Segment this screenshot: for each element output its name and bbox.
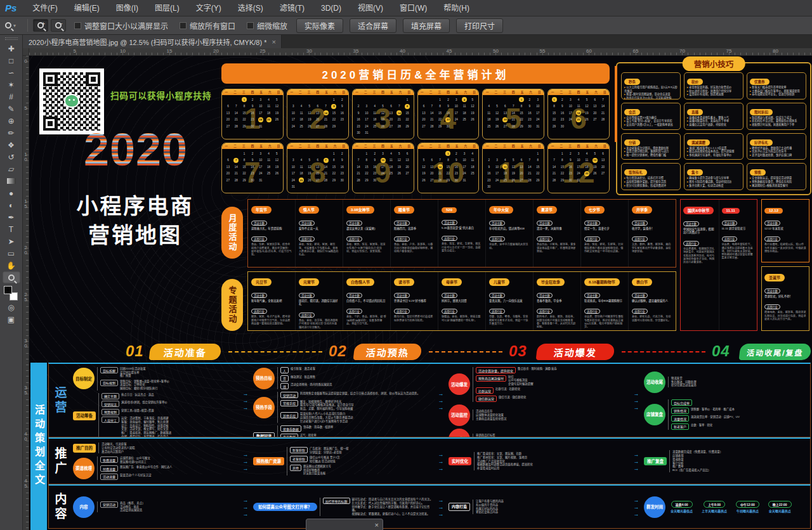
document-tab[interactable]: 2020小程序电商营销地图.jpg @ 12.5% (扫码可以获得小程序扶持, …: [23, 35, 282, 48]
weekday-label: 三: [435, 89, 444, 95]
zoom-in-button[interactable]: +: [33, 19, 48, 32]
shape-tool[interactable]: ▭: [3, 247, 20, 259]
type-tool[interactable]: T: [3, 223, 20, 235]
day-cell: 27: [224, 177, 232, 184]
marquee-tool[interactable]: □: [3, 55, 20, 67]
eraser-tool[interactable]: ▱: [3, 163, 20, 175]
color-swatches[interactable]: [3, 286, 20, 301]
option-checkbox[interactable]: 调整窗口大小以满屏显示: [74, 20, 168, 31]
menu-item-L[interactable]: 图层(L): [147, 0, 188, 16]
day-cell: 28: [322, 177, 330, 184]
screen-mode-button[interactable]: ▣: [3, 313, 20, 325]
eyedropper-tool[interactable]: ✎: [3, 103, 20, 115]
menu-item-H[interactable]: 帮助(H): [435, 0, 478, 16]
document-canvas[interactable]: 扫码可以获得小程序扶持 2020 小程序电商 营销地图 2020营销日历&全年营…: [29, 56, 812, 530]
day-cell: 3: [534, 96, 542, 103]
festival-label: 国庆&中秋节: [683, 207, 714, 214]
day-cell: 4: [485, 103, 493, 110]
options-button[interactable]: 适合屏幕: [350, 18, 396, 33]
plan-side-label: 活动策划全文: [30, 363, 47, 530]
mindmap-branch: 凌晨4:00全天曝光最低点: [671, 501, 693, 514]
mindmap-cluster: 实时优化推广渠道优化：文案、朋友圈、社群推广素材优化：文案、图片视频、落地页活动…: [449, 452, 629, 470]
blur-tool[interactable]: ●: [3, 187, 20, 199]
day-cell: 9: [444, 103, 452, 110]
close-icon[interactable]: ×: [272, 38, 275, 46]
option-checkbox[interactable]: 缩放所有窗口: [180, 20, 235, 31]
dodge-tool[interactable]: ◐: [3, 199, 20, 211]
tip-line: 会员用户消费2次以上，一般复购率更高: [624, 123, 678, 127]
menu-item-F[interactable]: 文件(F): [24, 0, 65, 16]
weekday-label: 五: [322, 89, 331, 95]
industry-tag: 适用行业: [584, 236, 600, 242]
branch-item: 活动会场氛围营造: [120, 508, 145, 512]
brush-tool[interactable]: ✏: [3, 127, 20, 139]
crop-tool[interactable]: #: [3, 91, 20, 103]
options-button[interactable]: 实际像素: [296, 18, 343, 33]
options-button[interactable]: 填充屏幕: [403, 18, 450, 33]
day-cell: 13: [224, 164, 232, 171]
ruler-corner: [23, 48, 29, 56]
month-days: 1234567891011121314151617181920212223242…: [483, 95, 544, 131]
quick-mask-button[interactable]: ◎: [3, 301, 20, 313]
festival-card: 白色情人节活动主题白色情人节，不可错过的回礼日适用行业美妆、个护、食品、服饰等，…: [343, 272, 391, 330]
festival-theme: 情定一生，浪漫七夕: [584, 227, 625, 231]
festival-label: 踏青节: [394, 206, 414, 214]
month-days: 1234567891011121314151617181920212223242…: [418, 149, 479, 185]
zoom-out-button[interactable]: −: [51, 19, 66, 32]
weekday-label: 五: [518, 89, 527, 95]
branch-label: 付费流量: [100, 465, 118, 472]
wechat-icon: [64, 94, 79, 108]
phase-connector: [228, 351, 322, 352]
lasso-tool[interactable]: ∽: [3, 67, 20, 79]
healing-brush-tool[interactable]: ⊕: [3, 115, 20, 127]
tip-label: 砍价: [687, 79, 703, 85]
menu-item-S[interactable]: 选择(S): [230, 0, 272, 16]
day-cell: 3: [493, 157, 501, 164]
options-button[interactable]: 打印尺寸: [456, 18, 503, 33]
weekday-label: 一: [418, 89, 427, 95]
tip-card: 砍价老带新裂变利器，好友助力砍至底价砍价进度可视化，刺激用户持续分享设置砍价有效…: [684, 72, 743, 100]
path-selection-tool[interactable]: ➤: [3, 235, 20, 247]
day-cell: 18: [387, 164, 395, 171]
foreground-color-swatch[interactable]: [4, 286, 12, 294]
menu-item-V[interactable]: 视图(V): [350, 0, 391, 16]
close-icon[interactable]: ×: [371, 521, 383, 529]
clone-stamp-tool[interactable]: ❖: [3, 139, 20, 151]
day-cell: 10: [452, 103, 461, 110]
theme-tag: 活动主题: [251, 221, 267, 226]
option-checkbox[interactable]: 细微缩放: [247, 20, 287, 31]
bottom-tools: ◎▣: [3, 301, 20, 325]
day-cell: 7: [428, 103, 436, 110]
festival-card: 国庆&中秋节活动主题举国同庆气氛浓厚，假期出行消费过节适用行业全品类通用，假期囤…: [681, 200, 719, 330]
horizontal-ruler[interactable]: 5101520253035404550556065707580: [29, 48, 812, 56]
festival-label: 毕业狂欢季: [537, 278, 565, 286]
day-cell: 7: [355, 157, 363, 164]
pen-tool[interactable]: ✒: [3, 211, 20, 223]
current-tool-thumbnail[interactable]: ▾: [5, 22, 16, 29]
magic-wand-tool[interactable]: ✶: [3, 79, 20, 91]
gradient-tool[interactable]: [3, 175, 20, 187]
day-cell: 4: [468, 150, 476, 157]
weekday-label: 五: [583, 89, 592, 95]
day-cell: 24: [362, 123, 370, 130]
menu-item-W[interactable]: 窗口(W): [391, 0, 435, 16]
mindmap-root: 店铺复盘: [644, 404, 665, 425]
taskbar-thumbnail-popup[interactable]: ×: [306, 519, 383, 530]
arrow-icon: →: [243, 391, 249, 397]
history-brush-tool[interactable]: ↺: [3, 151, 20, 163]
vertical-ruler[interactable]: 051015202530354045: [23, 56, 29, 530]
menu-item-3DD[interactable]: 3D(D): [313, 0, 350, 16]
hand-tool[interactable]: ✋: [3, 259, 20, 271]
move-tool[interactable]: ✚: [3, 42, 20, 55]
panel-grip[interactable]: [5, 37, 18, 40]
weekday-label: 六: [461, 89, 470, 95]
zoom-tool[interactable]: [3, 271, 20, 283]
menu-item-T[interactable]: 滤镜(T): [272, 0, 313, 16]
menu-item-E[interactable]: 编辑(E): [66, 0, 108, 16]
day-cell: 12: [582, 103, 591, 110]
month-days: 1234567891011121314151617181920212223242…: [222, 95, 283, 131]
menu-item-I[interactable]: 图像(I): [108, 0, 147, 16]
day-cell: 25: [265, 117, 273, 124]
highlight-day: 4: [462, 97, 467, 102]
menu-item-Y[interactable]: 文字(Y): [188, 0, 230, 16]
